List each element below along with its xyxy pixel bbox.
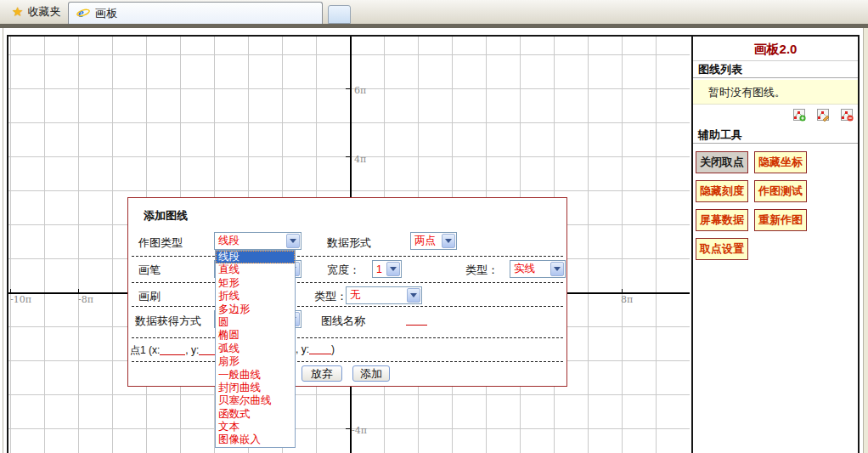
draw-type-label: 作图类型 <box>138 235 183 251</box>
redraw-button[interactable]: 重新作图 <box>754 209 807 231</box>
draw-type-dropdown: 线段 直线 矩形 折线 多边形 圆 椭圆 弧线 扇形 一般曲线 封闭曲线 贝塞尔… <box>215 250 296 448</box>
plot-test-button[interactable]: 作图测试 <box>754 180 807 202</box>
axis-tick <box>346 88 351 89</box>
separator <box>132 256 563 257</box>
dropdown-option[interactable]: 封闭曲线 <box>216 382 295 394</box>
chevron-down-icon <box>407 288 420 303</box>
axis-tick <box>10 289 11 293</box>
data-form-label: 数据形式 <box>327 235 371 251</box>
axis-label-4pi: 4π <box>354 154 366 165</box>
tab-title: 画板 <box>95 6 117 21</box>
pen-width-label: 宽度： <box>327 263 360 278</box>
dialog-title: 添加图线 <box>144 208 188 224</box>
browser-toolbar: ★ 收藏夹 e 画板 <box>0 0 868 24</box>
dropdown-option[interactable]: 弧线 <box>216 343 295 355</box>
dropdown-option[interactable]: 折线 <box>216 290 295 303</box>
brush-type-label: 类型： <box>314 289 347 304</box>
browser-tab[interactable]: e 画板 <box>68 2 323 25</box>
brush-label: 画刷 <box>138 289 161 304</box>
chevron-down-icon <box>286 234 300 248</box>
add-line-icon[interactable] <box>793 109 806 122</box>
ie-icon: e <box>76 6 90 22</box>
draw-type-select[interactable]: 线段 <box>214 232 302 250</box>
separator <box>132 337 563 338</box>
axis-tick <box>622 289 623 293</box>
line-name-label: 图线名称 <box>321 314 365 329</box>
dropdown-option[interactable]: 线段 <box>216 251 295 263</box>
window-right-edge <box>863 28 868 453</box>
favorites-star-icon: ★ <box>12 4 23 20</box>
favorites-button[interactable]: ★ 收藏夹 <box>5 3 67 21</box>
window-left-edge <box>3 28 3 453</box>
add-line-dialog: 添加图线 作图类型 线段 数据形式 两点 画笔 宽度： 1 类型： 实线 画刷 … <box>127 197 567 387</box>
axis-tick <box>346 428 351 429</box>
chevron-down-icon <box>386 262 400 276</box>
dropdown-option[interactable]: 圆 <box>216 316 295 329</box>
dropdown-option[interactable]: 图像嵌入 <box>216 433 295 446</box>
axis-tick <box>78 289 79 293</box>
data-method-label: 数据获得方式 <box>135 314 201 329</box>
empty-line-message: 暂时没有图线。 <box>693 80 858 105</box>
delete-line-icon[interactable] <box>841 109 854 122</box>
axis-label-6pi: 6π <box>354 85 366 96</box>
pen-label: 画笔 <box>138 263 161 278</box>
axis-label-m4pi: -4π <box>352 425 367 436</box>
cancel-button[interactable]: 放弃 <box>302 365 342 382</box>
tools-header: 辅助工具 <box>693 127 858 144</box>
point1-left: 点1 (x:, y: <box>130 343 224 358</box>
pen-type-label: 类型： <box>465 263 499 278</box>
chevron-down-icon <box>442 234 455 248</box>
window-border <box>0 24 868 28</box>
dropdown-option[interactable]: 一般曲线 <box>216 369 295 382</box>
axis-label-m8pi: -8π <box>78 294 93 305</box>
line-list-header: 图线列表 <box>693 61 858 78</box>
dropdown-option[interactable]: 椭圆 <box>216 329 295 342</box>
chevron-down-icon <box>550 262 564 276</box>
tools-buttons: 关闭取点 隐藏坐标 隐藏刻度 作图测试 屏幕数据 重新作图 取点设置 <box>693 144 858 268</box>
axis-label-m10pi: -10π <box>10 294 31 305</box>
dropdown-option[interactable]: 扇形 <box>216 355 295 368</box>
axis-tick <box>346 156 351 157</box>
new-tab-button[interactable] <box>328 5 351 24</box>
hide-coords-button[interactable]: 隐藏坐标 <box>754 151 807 173</box>
point2-y-input[interactable] <box>309 344 331 354</box>
axis-label-8pi: 8π <box>621 294 633 305</box>
add-button[interactable]: 添加 <box>352 365 390 382</box>
dropdown-option[interactable]: 贝塞尔曲线 <box>216 394 295 407</box>
dropdown-option[interactable]: 文本 <box>216 421 295 433</box>
close-pick-button[interactable]: 关闭取点 <box>696 151 748 173</box>
pick-settings-button[interactable]: 取点设置 <box>696 238 748 260</box>
app-title: 画板2.0 <box>693 37 858 61</box>
point2-right: , y:) <box>296 343 335 355</box>
brush-type-select[interactable]: 无 <box>346 286 422 304</box>
favorites-label: 收藏夹 <box>27 4 60 20</box>
hide-scale-button[interactable]: 隐藏刻度 <box>696 180 748 202</box>
screen-data-button[interactable]: 屏幕数据 <box>696 209 748 231</box>
dropdown-option[interactable]: 多边形 <box>216 303 295 316</box>
line-name-input[interactable] <box>406 315 427 326</box>
dropdown-option[interactable]: 函数式 <box>216 408 295 421</box>
separator <box>132 361 563 362</box>
point1-x-input[interactable] <box>160 345 185 355</box>
svg-text:e: e <box>78 6 84 20</box>
dropdown-option[interactable]: 矩形 <box>216 277 295 290</box>
separator <box>132 282 563 283</box>
data-form-select[interactable]: 两点 <box>410 232 457 250</box>
pen-type-select[interactable]: 实线 <box>510 260 566 278</box>
edit-line-icon[interactable] <box>817 109 830 122</box>
separator <box>132 306 563 307</box>
pen-width-select[interactable]: 1 <box>372 260 402 278</box>
sidebar: 画板2.0 图线列表 暂时没有图线。 辅助工具 关闭取点 隐藏坐标 隐藏刻度 作… <box>691 37 858 453</box>
line-list-toolbar <box>693 105 858 125</box>
dropdown-option[interactable]: 直线 <box>216 263 295 276</box>
